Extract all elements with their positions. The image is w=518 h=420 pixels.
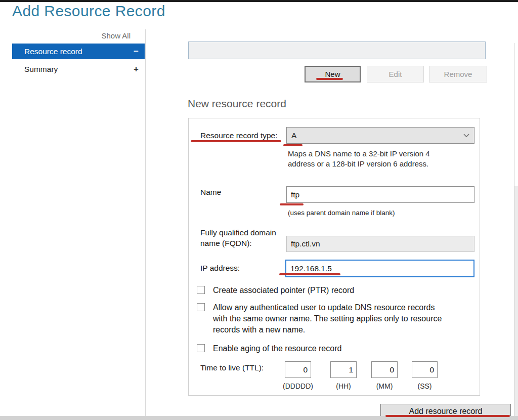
fqdn-input (286, 236, 474, 252)
annotation-underline-type-value (283, 144, 303, 146)
name-label: Name (200, 188, 221, 197)
new-button[interactable]: New (305, 66, 361, 82)
form-heading: New resource record (188, 98, 286, 110)
annotation-underline-name-value (280, 203, 304, 205)
record-type-help: Maps a DNS name to a 32-bit IP version 4… (288, 149, 430, 169)
allow-update-checkbox[interactable] (197, 303, 205, 311)
ptr-record-label: Create associated pointer (PTR) record (213, 285, 354, 296)
ttl-minutes-input[interactable] (371, 361, 398, 378)
enable-aging-row: Enable aging of the resource record (197, 343, 341, 354)
enable-aging-label: Enable aging of the resource record (213, 343, 341, 354)
annotation-underline-add-button (385, 415, 510, 417)
sidebar-divider (145, 29, 146, 416)
sidebar-item-label: Summary (12, 65, 127, 74)
fqdn-label: Fully qualified domain name (FQDN): (200, 227, 276, 248)
record-type-dropdown[interactable]: A (286, 127, 474, 144)
ip-address-label: IP address: (200, 264, 240, 273)
record-type-value: A (291, 131, 463, 140)
sidebar-item-resource-record[interactable]: Resource record − (12, 44, 145, 59)
name-hint: (uses parent domain name if blank) (288, 209, 395, 217)
ptr-record-row: Create associated pointer (PTR) record (197, 285, 354, 296)
ttl-label: Time to live (TTL): (200, 363, 264, 372)
allow-update-label: Allow any authenticated user to update D… (213, 302, 442, 335)
edit-button[interactable]: Edit (367, 66, 424, 82)
ttl-seconds-input[interactable] (412, 361, 438, 378)
sidebar-item-label: Resource record (12, 47, 127, 56)
annotation-underline-ip-value (279, 273, 340, 275)
page-title: Add Resource Record (12, 3, 165, 20)
name-input[interactable] (286, 186, 474, 203)
record-type-label: Resource record type: (200, 131, 278, 140)
expand-plus-icon[interactable]: + (127, 64, 145, 74)
ttl-days-input[interactable] (285, 361, 311, 378)
right-pane-fill (514, 186, 518, 416)
add-resource-record-page: Add Resource Record Show All Resource re… (0, 0, 518, 420)
annotation-underline-new (316, 78, 343, 80)
resource-records-listbox[interactable] (188, 41, 486, 59)
show-all-link[interactable]: Show All (12, 31, 131, 40)
remove-button[interactable]: Remove (429, 66, 487, 82)
ttl-hours-unit: (HH) (330, 382, 357, 390)
allow-update-row: Allow any authenticated user to update D… (197, 302, 442, 335)
enable-aging-checkbox[interactable] (197, 344, 205, 352)
new-resource-record-panel: Resource record type: A Maps a DNS name … (188, 118, 480, 396)
ptr-record-checkbox[interactable] (197, 286, 205, 294)
chevron-down-icon (463, 134, 469, 138)
window-top-edge (0, 0, 518, 2)
ttl-hours-input[interactable] (330, 361, 357, 378)
ttl-minutes-unit: (MM) (371, 382, 398, 390)
annotation-underline-type-label (191, 140, 281, 142)
collapse-minus-icon[interactable]: − (127, 47, 145, 57)
ttl-days-unit: (DDDDD) (281, 382, 315, 390)
sidebar-item-summary[interactable]: Summary + (12, 62, 145, 77)
ttl-seconds-unit: (SS) (412, 382, 438, 390)
